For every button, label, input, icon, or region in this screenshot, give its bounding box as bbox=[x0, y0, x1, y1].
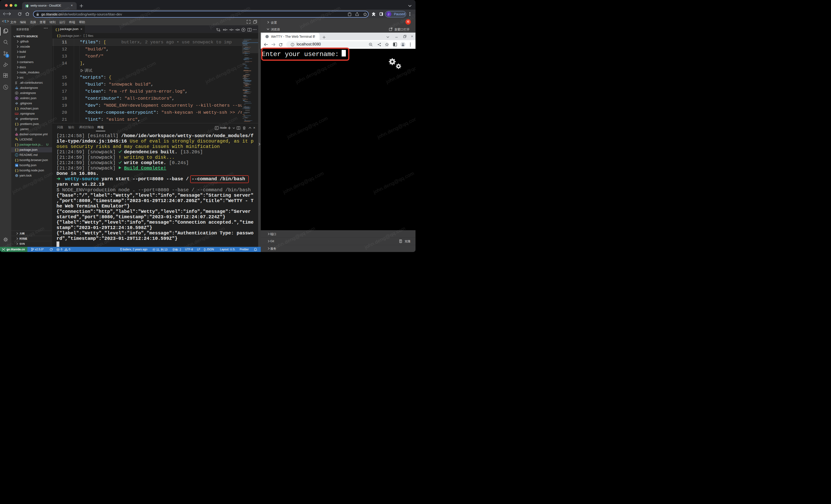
svg-text:npm: npm bbox=[16, 113, 18, 115]
svg-text:TS: TS bbox=[16, 165, 18, 167]
